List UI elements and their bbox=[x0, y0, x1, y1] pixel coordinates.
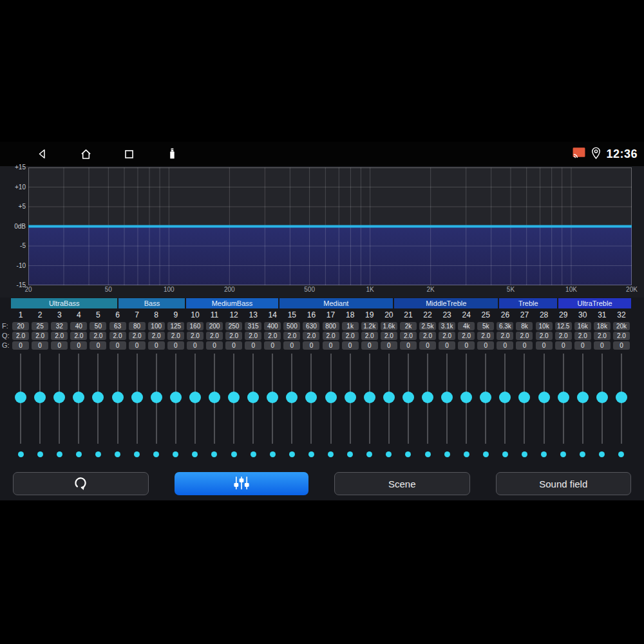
slider-knob[interactable] bbox=[499, 392, 511, 403]
band-frequency-chip[interactable]: 6.3k bbox=[497, 322, 513, 330]
band-gain-slider[interactable] bbox=[515, 354, 534, 449]
band-indicator-dot[interactable] bbox=[483, 451, 489, 457]
band-indicator-dot[interactable] bbox=[308, 451, 314, 457]
band-gain-slider[interactable] bbox=[379, 354, 399, 449]
slider-knob[interactable] bbox=[596, 392, 608, 403]
band-q-chip[interactable]: 2.0 bbox=[129, 332, 146, 340]
band-gain-chip[interactable]: 0 bbox=[90, 341, 106, 350]
band-q-chip[interactable]: 2.0 bbox=[594, 332, 611, 340]
band-gain-slider[interactable] bbox=[437, 354, 457, 449]
band-gain-chip[interactable]: 0 bbox=[225, 341, 242, 350]
band-q-chip[interactable]: 2.0 bbox=[516, 332, 533, 340]
slider-knob[interactable] bbox=[518, 392, 530, 403]
band-gain-slider[interactable] bbox=[321, 354, 341, 449]
band-gain-chip[interactable]: 0 bbox=[32, 341, 48, 350]
band-indicator-dot[interactable] bbox=[57, 451, 62, 457]
band-indicator-dot[interactable] bbox=[522, 451, 527, 457]
band-gain-slider[interactable] bbox=[108, 354, 127, 449]
sound-field-button[interactable]: Sound field bbox=[496, 472, 632, 495]
band-frequency-chip[interactable]: 63 bbox=[109, 322, 126, 330]
band-gain-chip[interactable]: 0 bbox=[574, 341, 591, 350]
band-frequency-chip[interactable]: 500 bbox=[283, 322, 300, 330]
band-gain-slider[interactable] bbox=[147, 354, 166, 449]
band-frequency-chip[interactable]: 160 bbox=[187, 322, 204, 330]
band-gain-slider[interactable] bbox=[476, 354, 495, 449]
band-indicator-dot[interactable] bbox=[192, 451, 198, 457]
band-indicator-dot[interactable] bbox=[425, 451, 431, 457]
equalizer-button[interactable] bbox=[175, 472, 309, 495]
band-gain-chip[interactable]: 0 bbox=[419, 341, 436, 350]
band-q-chip[interactable]: 2.0 bbox=[361, 332, 378, 340]
band-q-chip[interactable]: 2.0 bbox=[342, 332, 359, 340]
band-q-chip[interactable]: 2.0 bbox=[400, 332, 417, 340]
band-frequency-chip[interactable]: 18k bbox=[594, 322, 611, 330]
slider-knob[interactable] bbox=[305, 392, 317, 403]
band-indicator-dot[interactable] bbox=[37, 451, 43, 457]
band-gain-slider[interactable] bbox=[573, 354, 592, 449]
band-gain-chip[interactable]: 0 bbox=[536, 341, 553, 350]
band-gain-chip[interactable]: 0 bbox=[283, 341, 300, 350]
slider-knob[interactable] bbox=[577, 392, 589, 403]
band-gain-slider[interactable] bbox=[11, 354, 30, 449]
band-frequency-chip[interactable]: 2k bbox=[400, 322, 417, 330]
band-gain-slider[interactable] bbox=[30, 354, 50, 449]
band-gain-chip[interactable]: 0 bbox=[594, 341, 611, 350]
band-q-chip[interactable]: 2.0 bbox=[303, 332, 319, 340]
band-frequency-chip[interactable]: 315 bbox=[245, 322, 261, 330]
band-gain-slider[interactable] bbox=[282, 354, 301, 449]
band-frequency-chip[interactable]: 400 bbox=[264, 322, 281, 330]
band-gain-slider[interactable] bbox=[554, 354, 573, 449]
band-indicator-dot[interactable] bbox=[464, 451, 469, 457]
slider-knob[interactable] bbox=[383, 392, 395, 403]
band-q-chip[interactable]: 2.0 bbox=[574, 332, 591, 340]
band-frequency-chip[interactable]: 4k bbox=[458, 322, 475, 330]
slider-knob[interactable] bbox=[267, 392, 278, 403]
band-gain-chip[interactable]: 0 bbox=[381, 341, 397, 350]
band-frequency-chip[interactable]: 12.5 bbox=[555, 322, 572, 330]
band-frequency-chip[interactable]: 125 bbox=[167, 322, 184, 330]
band-indicator-dot[interactable] bbox=[580, 451, 585, 457]
band-q-chip[interactable]: 2.0 bbox=[70, 332, 87, 340]
slider-knob[interactable] bbox=[131, 392, 143, 403]
slider-knob[interactable] bbox=[480, 392, 491, 403]
band-gain-chip[interactable]: 0 bbox=[187, 341, 204, 350]
band-gain-chip[interactable]: 0 bbox=[323, 341, 339, 350]
band-q-chip[interactable]: 2.0 bbox=[458, 332, 475, 340]
band-gain-slider[interactable] bbox=[88, 354, 108, 449]
band-gain-chip[interactable]: 0 bbox=[245, 341, 261, 350]
band-gain-slider[interactable] bbox=[69, 354, 88, 449]
band-indicator-dot[interactable] bbox=[211, 451, 217, 457]
band-gain-slider[interactable] bbox=[224, 354, 243, 449]
band-gain-chip[interactable]: 0 bbox=[477, 341, 494, 350]
band-frequency-chip[interactable]: 3.1k bbox=[439, 322, 455, 330]
recents-icon[interactable] bbox=[122, 147, 136, 161]
band-gain-slider[interactable] bbox=[535, 354, 554, 449]
band-indicator-dot[interactable] bbox=[541, 451, 547, 457]
band-q-chip[interactable]: 2.0 bbox=[555, 332, 572, 340]
band-gain-slider[interactable] bbox=[128, 354, 147, 449]
slider-knob[interactable] bbox=[460, 392, 472, 403]
slider-knob[interactable] bbox=[286, 392, 298, 403]
band-frequency-chip[interactable]: 20k bbox=[613, 322, 630, 330]
band-gain-chip[interactable]: 0 bbox=[458, 341, 475, 350]
band-q-chip[interactable]: 2.0 bbox=[225, 332, 242, 340]
band-indicator-dot[interactable] bbox=[173, 451, 178, 457]
slider-knob[interactable] bbox=[228, 392, 240, 403]
usb-drive-icon[interactable] bbox=[165, 147, 179, 161]
slider-knob[interactable] bbox=[53, 392, 65, 403]
band-indicator-dot[interactable] bbox=[251, 451, 256, 457]
band-gain-chip[interactable]: 0 bbox=[264, 341, 281, 350]
band-frequency-chip[interactable]: 80 bbox=[129, 322, 146, 330]
slider-knob[interactable] bbox=[15, 392, 26, 403]
band-indicator-dot[interactable] bbox=[115, 451, 120, 457]
band-gain-slider[interactable] bbox=[263, 354, 282, 449]
band-gain-slider[interactable] bbox=[360, 354, 379, 449]
band-q-chip[interactable]: 2.0 bbox=[497, 332, 513, 340]
slider-knob[interactable] bbox=[325, 392, 337, 403]
band-gain-slider[interactable] bbox=[205, 354, 224, 449]
band-gain-chip[interactable]: 0 bbox=[109, 341, 126, 350]
band-frequency-chip[interactable]: 10k bbox=[536, 322, 553, 330]
band-frequency-chip[interactable]: 200 bbox=[206, 322, 223, 330]
band-frequency-chip[interactable]: 800 bbox=[323, 322, 339, 330]
band-frequency-chip[interactable]: 1.2k bbox=[361, 322, 378, 330]
